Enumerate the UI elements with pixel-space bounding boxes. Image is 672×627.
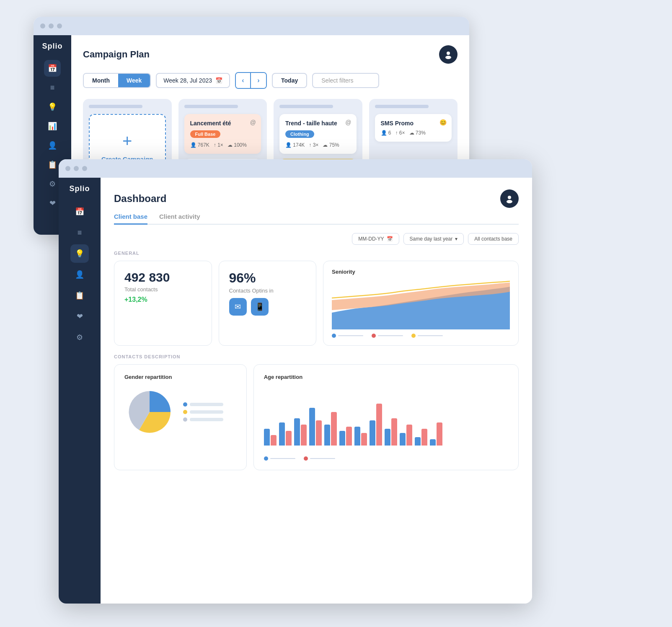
age-dot-blue <box>264 456 268 461</box>
pie-dot-blue <box>183 402 187 407</box>
sidebar2-icon-heart[interactable]: ❤ <box>70 307 89 326</box>
period-filter-pill[interactable]: Same day last year ▾ <box>403 233 464 245</box>
stat-sends-lancement: ↑ 1× <box>214 142 223 148</box>
mobile-icon[interactable]: 📱 <box>251 298 269 316</box>
traffic-light-5 <box>74 166 79 171</box>
card-icon-lancement: @ <box>250 119 256 126</box>
sidebar2-icon-settings[interactable]: ⚙ <box>70 328 89 347</box>
prev-button[interactable]: ‹ <box>236 73 251 88</box>
toolbar-1: Month Week Week 28, Jul 2023 📅 ‹ › Today… <box>83 72 457 89</box>
bar-pink-4 <box>316 420 322 446</box>
traffic-light-2 <box>49 23 54 28</box>
campaign-card-trend[interactable]: Trend - taille haute @ Clothing 👤 174K ↑… <box>279 114 357 154</box>
sidebar1-icon-settings[interactable]: ⚙ <box>44 176 61 192</box>
traffic-light-1 <box>40 23 45 28</box>
month-button[interactable]: Month <box>84 74 118 87</box>
sidebar1-icon-idea[interactable]: 💡 <box>44 98 61 115</box>
bar-group-1 <box>264 429 277 446</box>
sidebar2-icon-calendar[interactable]: 📅 <box>70 202 89 221</box>
bar-pink-1 <box>271 435 277 446</box>
bar-pink-8 <box>376 404 382 446</box>
seniority-chart <box>332 279 510 329</box>
campaign-card-sms[interactable]: SMS Promo 😊 👤 6 ↑ 6× ☁ 73% <box>375 114 452 142</box>
sidebar2-logo: Splio <box>70 184 90 193</box>
traffic-light-6 <box>82 166 87 171</box>
bar-pink-3 <box>301 425 307 446</box>
total-contacts-label: Total contacts <box>124 286 202 293</box>
bar-group-7 <box>354 427 367 446</box>
sidebar2-icon-idea[interactable]: 💡 <box>70 244 89 263</box>
age-bar-chart <box>264 387 508 454</box>
desc-row: Gender repartition <box>114 364 519 470</box>
date-picker[interactable]: Week 28, Jul 2023 📅 <box>156 73 230 88</box>
card-tag-lancement: Full Base <box>190 130 221 138</box>
sidebar2-icon-report[interactable]: 📋 <box>70 286 89 305</box>
today-button[interactable]: Today <box>272 73 307 88</box>
traffic-light-3 <box>57 23 62 28</box>
bar-pink-12 <box>437 422 442 446</box>
age-legend-blue <box>264 456 295 461</box>
bar-blue-2 <box>279 422 285 446</box>
bar-group-8 <box>370 404 382 446</box>
sidebar1-icon-calendar[interactable]: 📅 <box>44 60 61 77</box>
contacts-desc-label: CONTACTS DESCRIPTION <box>114 354 519 359</box>
card-title-sms: SMS Promo <box>381 120 446 127</box>
stat-sends-trend: ↑ 3× <box>309 142 318 148</box>
optin-icons: ✉ 📱 <box>229 298 306 316</box>
bar-pink-11 <box>421 429 427 446</box>
date-filter-pill[interactable]: MM-DD-YY 📅 <box>352 233 399 245</box>
stats-row: 492 830 Total contacts +13,2% 96% Contac… <box>114 261 519 346</box>
chart-legend <box>332 334 510 338</box>
tab-client-base[interactable]: Client base <box>114 210 147 225</box>
card-stats-lancement: 👤 767K ↑ 1× ☁ 100% <box>190 142 256 148</box>
general-section-label: GENERAL <box>114 251 519 256</box>
bar-group-5 <box>324 412 337 446</box>
view-toggle: Month Week <box>83 73 151 88</box>
card-stats-sms: 👤 6 ↑ 6× ☁ 73% <box>381 130 446 136</box>
avatar-1[interactable] <box>439 45 457 64</box>
age-line-pink <box>310 458 335 459</box>
legend-dot-yellow <box>411 334 416 338</box>
filter-select-1[interactable]: Select filters <box>312 73 379 88</box>
bar-blue-7 <box>354 427 360 446</box>
bar-pink-9 <box>391 418 397 446</box>
sidebar1-icon-user[interactable]: 👤 <box>44 137 61 154</box>
bar-blue-11 <box>415 437 421 446</box>
tab-client-activity[interactable]: Client activity <box>159 210 200 225</box>
email-icon[interactable]: ✉ <box>229 298 247 316</box>
pie-line-1 <box>190 403 223 406</box>
legend-dot-red <box>372 334 376 338</box>
sidebar1-icon-report[interactable]: 📋 <box>44 156 61 173</box>
total-contacts-change: +13,2% <box>124 296 202 303</box>
sidebar1-logo: Splio <box>42 42 63 51</box>
age-dot-pink <box>304 456 308 461</box>
calendar-icon: 📅 <box>215 77 222 84</box>
week-button[interactable]: Week <box>118 74 150 87</box>
sidebar1-icon-chart[interactable]: 📊 <box>44 118 61 135</box>
legend-line-2 <box>378 335 403 336</box>
legend-dot-blue <box>332 334 336 338</box>
sidebar2-icon-user[interactable]: 👤 <box>70 265 89 284</box>
filter-placeholder: Select filters <box>321 77 353 84</box>
sidebar1-icon-list[interactable]: ≡ <box>44 79 61 96</box>
pie-chart <box>124 387 175 437</box>
chevron-down-icon: ▾ <box>455 236 457 242</box>
pie-legend <box>183 402 223 422</box>
sidebar1-icon-heart[interactable]: ❤ <box>44 195 61 212</box>
create-plus-icon: + <box>122 132 132 150</box>
avatar-2[interactable] <box>500 189 519 208</box>
pie-legend-yellow <box>183 410 223 414</box>
next-button[interactable]: › <box>251 73 266 88</box>
sidebar2-icon-list[interactable]: ≡ <box>70 223 89 242</box>
legend-line-1 <box>338 335 363 336</box>
optins-pct: 96% <box>229 270 306 286</box>
campaign-card-lancement[interactable]: Lancement été @ Full Base 👤 767K ↑ 1× ☁ … <box>184 114 261 154</box>
period-filter-label: Same day last year <box>410 236 453 242</box>
base-filter-pill[interactable]: All contacts base <box>468 233 519 245</box>
bar-group-4 <box>309 408 322 446</box>
card-stats-trend: 👤 174K ↑ 3× ☁ 75% <box>285 142 351 148</box>
bar-pink-2 <box>286 431 292 446</box>
legend-item-1 <box>332 334 363 338</box>
bar-group-9 <box>385 418 397 446</box>
bar-blue-12 <box>430 439 436 446</box>
